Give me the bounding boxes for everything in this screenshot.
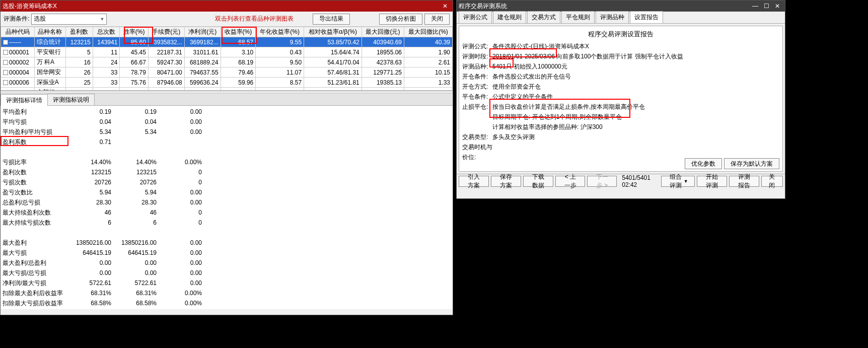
detail-panel: 平均盈利0.190.190.00平均亏损0.040.040.00平均盈利/平均亏… <box>1 106 453 309</box>
metric-row: 扣除最大亏损后收益率68.58%68.58%0.00% <box>1 298 453 308</box>
metric-row: 总盈利/总亏损28.3028.300.00 <box>1 197 453 207</box>
start-eval-button[interactable]: 开始评测 <box>697 176 727 187</box>
maximize-icon[interactable]: ☐ <box>761 1 772 12</box>
table-row[interactable]: ------综合统计12321514394185.603935832...369… <box>1 37 453 47</box>
chevron-down-icon: ▼ <box>100 17 104 22</box>
metric-row: 平均亏损0.040.040.00 <box>1 117 453 127</box>
result-table: 品种代码品种名称盈利数总次数胜率(%)手续费(元)净利润(元)收益率(%)年化收… <box>1 27 453 91</box>
col-header[interactable]: 手续费(元) <box>148 27 184 37</box>
report-row: 平仓条件:公式中定义的平仓条件 <box>462 92 779 102</box>
report-row: 计算相对收益率选择的参照品种: 沪深300 <box>462 122 779 132</box>
col-header[interactable]: 胜率(%) <box>120 27 149 37</box>
title-bar[interactable]: 选股-游资筹码成本X ✕ <box>1 1 453 12</box>
save-button[interactable]: 保存方案 <box>491 176 521 187</box>
export-button[interactable]: 导出结果 <box>313 14 350 25</box>
report-row: 交易类型:多头及空头评测 <box>462 132 779 142</box>
toolbar: 评测条件: 选股 ▼ 双击列表行查看品种评测图表 导出结果 切换分析图 关闭 <box>1 12 453 27</box>
table-row[interactable]: 000002万 科A162466.6759247.30681889.2468.1… <box>1 57 453 67</box>
close-button[interactable]: 关闭 <box>761 176 783 187</box>
eval-report-button[interactable]: 评测报告 <box>729 176 759 187</box>
col-header[interactable]: 收益率(%) <box>221 27 256 37</box>
right-tab[interactable]: 评测品种 <box>596 11 629 23</box>
cond-label: 评测条件: <box>4 15 29 23</box>
table-row[interactable]: 000006深振业A253375.7687946.08599636.2459.9… <box>1 78 453 88</box>
col-header[interactable]: 总次数 <box>93 27 120 37</box>
table-row[interactable]: 000001平安银行51145.4522187.3131011.613.100.… <box>1 47 453 57</box>
optimize-button[interactable]: 优化参数 <box>685 158 722 169</box>
switch-chart-button[interactable]: 切换分析图 <box>379 14 422 25</box>
close-icon[interactable]: ✕ <box>772 1 783 12</box>
result-table-wrap: 品种代码品种名称盈利数总次数胜率(%)手续费(元)净利润(元)收益率(%)年化收… <box>1 27 453 91</box>
report-row: 评测时段:2018/01/01-2025/03/06 向前多取100个数据用于计… <box>462 51 779 61</box>
close-icon[interactable]: ✕ <box>440 1 451 12</box>
prev-button[interactable]: < 上一步 <box>555 176 585 187</box>
right-tab[interactable]: 交易方式 <box>527 11 560 23</box>
import-button[interactable]: 引入方案 <box>459 176 489 187</box>
status-text: 5401/5401 02:42 <box>619 174 657 188</box>
col-header[interactable]: 最大回撤比(%) <box>404 27 453 37</box>
report-row: 目标周期平仓: 开仓达到1个周期,则全部数量平仓 <box>462 112 779 122</box>
metric-row: 最大持续亏损次数660 <box>1 218 453 228</box>
metric-row: 盈利次数1232151232150 <box>1 167 453 177</box>
right-tabs: 评测公式建仓规则交易方式平仓规则评测品种设置报告 <box>457 12 785 24</box>
tab-explain[interactable]: 评测指标说明 <box>47 94 95 105</box>
metric-row <box>1 147 453 157</box>
right-tab[interactable]: 评测公式 <box>459 11 492 23</box>
cond-combo[interactable]: 选股 ▼ <box>31 14 107 25</box>
report-row: 止损平仓:按当日收盘价计算是否满足止损条件,按本周期最高价平仓 <box>462 102 779 112</box>
hint-text: 双击列表行查看品种评测图表 <box>215 15 294 23</box>
metric-row: 最大盈利/总盈利0.000.000.00 <box>1 258 453 268</box>
metric-row: 最大亏损/总亏损0.000.000.00 <box>1 268 453 278</box>
metric-row <box>1 228 453 238</box>
metric-row: 亏损次数20726207260 <box>1 177 453 187</box>
metric-row: 最大持续盈利次数46460 <box>1 207 453 218</box>
col-header[interactable]: 相对收益率α/β(%) <box>304 27 362 37</box>
metric-row: 最大盈利13850216.0013850216.000.00 <box>1 238 453 248</box>
minimize-icon[interactable]: — <box>750 1 761 12</box>
right-tab[interactable]: 建仓规则 <box>493 11 526 23</box>
col-header[interactable]: 品种代码 <box>1 27 35 37</box>
metric-row: 扣除最大盈利后收益率68.31%68.31%0.00% <box>1 288 453 298</box>
metric-row: 平均盈利0.190.190.00 <box>1 107 453 117</box>
tab-detail[interactable]: 评测指标详情 <box>1 94 48 106</box>
table-row[interactable]: 000007全新好121866.6739881.62266264.0626.63… <box>1 88 453 91</box>
report-row: 评测公式:条件选股公式-(日线)-游资筹码成本X <box>462 41 779 51</box>
window-title: 选股-游资筹码成本X <box>3 2 440 11</box>
chevron-down-icon: ▼ <box>684 179 688 184</box>
metric-row: 盈亏次数比5.945.940.00 <box>1 187 453 197</box>
metric-row: 平均盈利/平均亏损5.345.340.00 <box>1 127 453 137</box>
title-bar[interactable]: 程序交易评测系统 — ☐ ✕ <box>457 1 785 12</box>
combo-eval-button[interactable]: 组合评测 ▼ <box>661 176 694 187</box>
col-header[interactable]: 盈利数 <box>66 27 93 37</box>
detail-tabs: 评测指标详情 评测指标说明 <box>1 94 453 106</box>
report-panel: 程序交易评测设置报告 评测公式:条件选股公式-(日线)-游资筹码成本X评测时段:… <box>459 26 783 172</box>
download-button[interactable]: 下载数据 <box>523 176 553 187</box>
col-header[interactable]: 最大回撤(元) <box>361 27 404 37</box>
next-button: 下一步 > <box>587 176 617 187</box>
stock-select-window: 选股-游资筹码成本X ✕ 评测条件: 选股 ▼ 双击列表行查看品种评测图表 导出… <box>0 0 453 315</box>
metric-row: 亏损比率14.40%14.40%0.00% <box>1 157 453 167</box>
col-header[interactable]: 净利润(元) <box>184 27 221 37</box>
eval-system-window: 程序交易评测系统 — ☐ ✕ 评测公式建仓规则交易方式平仓规则评测品种设置报告 … <box>456 0 785 199</box>
report-row: 开仓条件:条件选股公式发出的开仓信号 <box>462 72 779 82</box>
metric-row: 净利润/最大亏损5722.615722.610.00 <box>1 278 453 288</box>
col-header[interactable]: 品种名称 <box>34 27 65 37</box>
report-row: 评测品种:5401只 初始投入1000000元 <box>462 61 779 72</box>
close-button[interactable]: 关闭 <box>424 14 450 25</box>
save-default-button[interactable]: 保存为默认方案 <box>724 158 779 169</box>
col-header[interactable]: 年化收益率(%) <box>256 27 304 37</box>
cond-value: 选股 <box>34 15 46 23</box>
report-row: 开仓方式:使用全部资金开仓 <box>462 82 779 92</box>
metric-row: 最大亏损646415.19646415.190.00 <box>1 248 453 258</box>
right-tab[interactable]: 设置报告 <box>630 11 663 23</box>
bottom-toolbar: 引入方案 保存方案 下载数据 < 上一步 下一步 > 5401/5401 02:… <box>457 174 785 188</box>
metric-row: 盈利系数0.71 <box>1 137 453 147</box>
report-title: 程序交易评测设置报告 <box>462 29 779 39</box>
table-row[interactable]: 000004国华网安263378.7980471.00794637.5579.4… <box>1 67 453 78</box>
window-title: 程序交易评测系统 <box>459 2 750 11</box>
right-tab[interactable]: 平仓规则 <box>561 11 595 23</box>
